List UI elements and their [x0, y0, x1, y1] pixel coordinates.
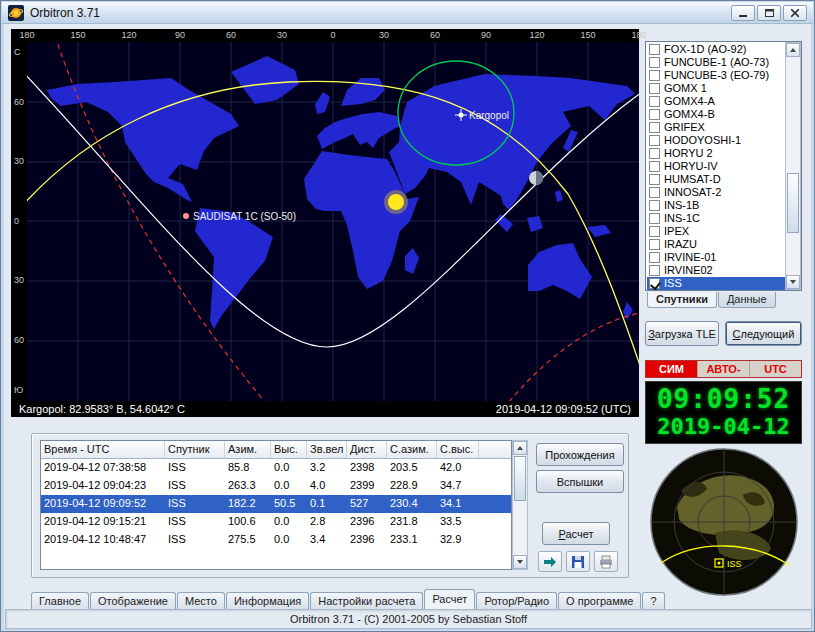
- satellite-checkbox[interactable]: [649, 213, 660, 224]
- satellite-checkbox[interactable]: [649, 252, 660, 263]
- sim-indicator[interactable]: СИМ: [646, 361, 698, 377]
- satellite-list-item[interactable]: HODOYOSHI-1: [647, 134, 785, 147]
- satellite-checkbox[interactable]: [649, 200, 660, 211]
- satellite-list-item[interactable]: IRVINE-01: [647, 251, 785, 264]
- satellite-checkbox[interactable]: [649, 83, 660, 94]
- auto-stp-indicator[interactable]: АВТО-СТП: [698, 361, 750, 377]
- column-header[interactable]: Выс.: [271, 441, 307, 458]
- satellite-checkbox[interactable]: [649, 187, 660, 198]
- status-bar: Orbitron 3.71 - (C) 2001-2005 by Sebasti…: [5, 609, 812, 629]
- pass-row[interactable]: 2019-04-12 09:15:21ISS100.60.02.82396231…: [41, 513, 511, 531]
- satellite-list-item[interactable]: FUNCUBE-3 (EO-79): [647, 69, 785, 82]
- go-button[interactable]: [538, 551, 562, 572]
- pass-row[interactable]: 2019-04-12 10:48:47ISS275.50.03.42396233…: [41, 531, 511, 549]
- satellite-checkbox[interactable]: [649, 70, 660, 81]
- pass-row[interactable]: 2019-04-12 09:04:23ISS263.30.04.02399228…: [41, 477, 511, 495]
- column-header[interactable]: С.азим.: [387, 441, 437, 458]
- satellite-label: INS-1B: [664, 199, 699, 212]
- scroll-down-icon[interactable]: [786, 275, 800, 289]
- satellite-checkbox[interactable]: [649, 265, 660, 276]
- scrollbar-thumb[interactable]: [514, 456, 526, 501]
- world-map[interactable]: Kargopol SAUDISAT 1C (SO-50): [27, 42, 639, 401]
- satellite-checkbox[interactable]: [649, 226, 660, 237]
- bottom-tab-0[interactable]: Главное: [31, 592, 89, 609]
- pass-cell: 230.4: [387, 495, 437, 513]
- satellite-checkbox[interactable]: [649, 239, 660, 250]
- scrollbar-thumb[interactable]: [787, 173, 799, 233]
- satellite-list-scrollbar[interactable]: [785, 42, 801, 290]
- satellite-label: INNOSAT-2: [664, 186, 721, 199]
- satellite-checkbox[interactable]: [649, 96, 660, 107]
- satellite-label: GOMX4-A: [664, 95, 715, 108]
- satellite-list-item[interactable]: ITAMSAT (IO-26): [647, 290, 785, 291]
- satellite-list-item[interactable]: INS-1B: [647, 199, 785, 212]
- scroll-up-icon[interactable]: [513, 441, 527, 455]
- satellite-list-item[interactable]: GOMX 1: [647, 82, 785, 95]
- satellite-list-item[interactable]: FOX-1D (AO-92): [647, 43, 785, 56]
- tab-data[interactable]: Данные: [718, 292, 776, 308]
- satellite-list-item[interactable]: GOMX4-B: [647, 108, 785, 121]
- satellite-checkbox[interactable]: [649, 135, 660, 146]
- satellite-list-item[interactable]: GOMX4-A: [647, 95, 785, 108]
- satellite-list-item[interactable]: INS-1C: [647, 212, 785, 225]
- column-header[interactable]: Азим.: [225, 441, 271, 458]
- map-lon-labels: 1801501209060300306090120150180: [27, 29, 639, 42]
- moon-icon: [529, 171, 543, 185]
- column-header[interactable]: Зв.вел: [307, 441, 347, 458]
- column-header[interactable]: Спутник: [165, 441, 225, 458]
- satellite-list-item[interactable]: GRIFEX: [647, 121, 785, 134]
- pass-row[interactable]: 2019-04-12 07:38:58ISS85.80.03.22398203.…: [41, 459, 511, 477]
- satellite-checkbox[interactable]: [649, 278, 660, 289]
- bottom-tab-6[interactable]: Ротор/Радио: [476, 592, 557, 609]
- satellite-list-item[interactable]: FUNCUBE-1 (AO-73): [647, 56, 785, 69]
- satellite-list-item[interactable]: HUMSAT-D: [647, 173, 785, 186]
- bottom-tab-1[interactable]: Отображение: [90, 592, 176, 609]
- satellite-list[interactable]: FOX-1D (AO-92)FUNCUBE-1 (AO-73)FUNCUBE-3…: [645, 41, 802, 291]
- satellite-list-item[interactable]: IRAZU: [647, 238, 785, 251]
- passes-scrollbar[interactable]: [512, 440, 528, 570]
- scroll-up-icon[interactable]: [786, 43, 800, 57]
- satellite-list-item[interactable]: HORYU 2: [647, 147, 785, 160]
- scroll-down-icon[interactable]: [513, 555, 527, 569]
- satellite-list-item[interactable]: ISS: [647, 277, 785, 290]
- passes-table[interactable]: Время - UTCСпутникАзим.Выс.Зв.велДист.С.…: [40, 440, 512, 570]
- bottom-tab-3[interactable]: Информация: [226, 592, 309, 609]
- calculate-button[interactable]: Расчет: [542, 522, 610, 545]
- utc-indicator[interactable]: UTC: [750, 361, 801, 377]
- pass-cell: 2.8: [307, 513, 347, 531]
- column-header[interactable]: Время - UTC: [41, 441, 165, 458]
- minimize-button[interactable]: [731, 5, 755, 21]
- bottom-tab-8[interactable]: ?: [642, 592, 664, 609]
- flares-button[interactable]: Вспышки: [536, 470, 624, 493]
- pass-row[interactable]: 2019-04-12 09:09:52ISS182.250.50.1527230…: [41, 495, 511, 513]
- titlebar[interactable]: Orbitron 3.71: [2, 2, 813, 24]
- satellite-checkbox[interactable]: [649, 174, 660, 185]
- satellite-list-item[interactable]: IRVINE02: [647, 264, 785, 277]
- tab-satellites[interactable]: Спутники: [647, 292, 717, 308]
- bottom-tab-4[interactable]: Настройки расчета: [310, 592, 423, 609]
- bottom-tab-2[interactable]: Место: [177, 592, 225, 609]
- bottom-tab-7[interactable]: О программе: [558, 592, 641, 609]
- satellite-checkbox[interactable]: [649, 44, 660, 55]
- maximize-button[interactable]: [757, 5, 781, 21]
- close-button[interactable]: [783, 5, 807, 21]
- passes-button[interactable]: Прохождения: [536, 443, 624, 466]
- pass-cell: 2396: [347, 531, 387, 549]
- bottom-tab-5[interactable]: Расчет: [424, 589, 475, 609]
- satellite-list-item[interactable]: INNOSAT-2: [647, 186, 785, 199]
- satellite-checkbox[interactable]: [649, 122, 660, 133]
- column-header[interactable]: Дист.: [347, 441, 387, 458]
- load-tle-button[interactable]: Загрузка TLE: [645, 321, 719, 346]
- satellite-checkbox[interactable]: [649, 148, 660, 159]
- pass-cell: 34.7: [437, 477, 479, 495]
- print-button[interactable]: [594, 551, 618, 572]
- satellite-list-item[interactable]: HORYU-IV: [647, 160, 785, 173]
- satellite-list-item[interactable]: IPEX: [647, 225, 785, 238]
- lon-label: 150: [580, 30, 595, 40]
- next-button[interactable]: Следующий: [725, 321, 802, 346]
- satellite-checkbox[interactable]: [649, 57, 660, 68]
- column-header[interactable]: С.выс.: [437, 441, 479, 458]
- satellite-checkbox[interactable]: [649, 161, 660, 172]
- save-button[interactable]: [566, 551, 590, 572]
- satellite-checkbox[interactable]: [649, 109, 660, 120]
